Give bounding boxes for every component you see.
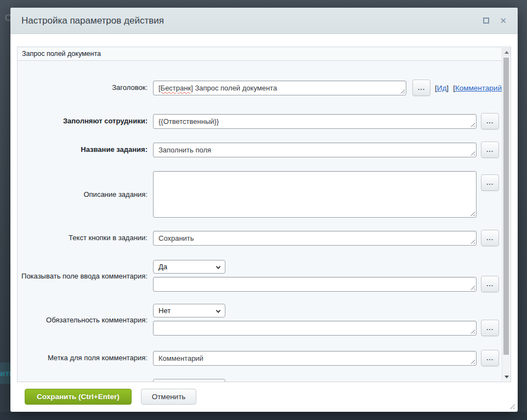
row-show-comment: Показывать поле ввода комментария: Да ..…: [18, 260, 511, 292]
task-button-text-value: Сохранить: [158, 234, 194, 242]
dialog-title: Настройка параметров действия: [21, 15, 483, 26]
settings-scroll-panel: Запрос полей документа Заголовок: [Бестр…: [17, 47, 511, 382]
resize-grip-icon[interactable]: [470, 359, 475, 364]
title-value: Запрос полей документа: [193, 84, 277, 92]
id-link[interactable]: Ид: [437, 84, 447, 92]
resize-grip-icon[interactable]: [470, 285, 475, 290]
scroll-up-arrow-icon[interactable]: [502, 48, 511, 56]
task-name-label: Название задания:: [18, 145, 148, 155]
task-description-input[interactable]: [153, 171, 477, 218]
background-page-band: [0, 412, 527, 420]
title-value-misspelled: [Бестранк]: [158, 84, 193, 92]
row-task-name: Название задания: Заполнить поля ...: [18, 141, 511, 158]
comment-required-select[interactable]: Нет: [153, 304, 225, 317]
resize-grip-icon[interactable]: [470, 329, 475, 334]
row-title: Заголовок: [Бестранк] Запрос полей докум…: [18, 80, 511, 96]
section-tab: Запрос полей документа: [18, 47, 511, 61]
row-task-description: Описание задания: ...: [18, 171, 511, 218]
comment-field-label-input[interactable]: Комментарий: [153, 351, 477, 366]
task-name-input[interactable]: Заполнить поля: [153, 143, 477, 157]
row-bottom-toggle: Да: [18, 379, 511, 382]
chevron-down-icon: [216, 309, 220, 314]
row-task-button-text: Текст кнопки в задании: Сохранить ...: [18, 230, 511, 246]
resize-grip-icon[interactable]: [470, 211, 475, 216]
scrollbar-thumb[interactable]: [503, 58, 509, 355]
task-description-more-button[interactable]: ...: [481, 174, 499, 191]
dialog-footer: Сохранить (Ctrl+Enter) Отменить: [17, 382, 511, 405]
bottom-toggle-select-value: Да: [158, 382, 167, 382]
assignees-more-button[interactable]: ...: [481, 113, 499, 129]
task-button-text-more-button[interactable]: ...: [481, 230, 499, 246]
comment-required-label: Обязательность комментария:: [18, 315, 148, 325]
assignees-input[interactable]: {{Ответственный}}: [153, 114, 477, 129]
save-button[interactable]: Сохранить (Ctrl+Enter): [25, 389, 132, 405]
resize-grip-icon[interactable]: [470, 122, 475, 127]
maximize-icon[interactable]: [483, 18, 489, 24]
dialog-titlebar: Настройка параметров действия ✕: [10, 8, 518, 34]
row-comment-required: Обязательность комментария: Нет ...: [18, 304, 511, 336]
bracket: ]: [446, 84, 449, 92]
title-label: Заголовок:: [18, 83, 148, 93]
show-comment-input[interactable]: [153, 277, 477, 292]
comment-link[interactable]: Комментарий: [455, 84, 502, 92]
comment-field-label-more-button[interactable]: ...: [481, 350, 499, 366]
show-comment-more-button[interactable]: ...: [481, 276, 499, 292]
assignees-label: Заполняют сотрудники:: [18, 116, 148, 126]
row-assignees: Заполняют сотрудники: {{Ответственный}} …: [18, 113, 511, 129]
comment-required-more-button[interactable]: ...: [481, 320, 499, 336]
comment-field-label-label: Метка для поля комментария:: [18, 353, 148, 363]
title-input[interactable]: [Бестранк] Запрос полей документа: [153, 81, 406, 95]
settings-form: Заголовок: [Бестранк] Запрос полей докум…: [18, 61, 511, 382]
task-description-label: Описание задания:: [18, 190, 148, 200]
title-more-button[interactable]: ...: [412, 80, 430, 96]
task-button-text-label: Текст кнопки в задании:: [18, 233, 148, 243]
assignees-value: {{Ответственный}}: [158, 117, 219, 126]
bottom-toggle-select[interactable]: Да: [153, 379, 225, 382]
task-name-value: Заполнить поля: [158, 146, 211, 154]
title-links: [Ид][Комментарий]: [435, 84, 504, 92]
task-name-more-button[interactable]: ...: [481, 141, 499, 158]
close-icon[interactable]: ✕: [500, 16, 507, 25]
comment-required-input[interactable]: [153, 321, 477, 336]
task-button-text-input[interactable]: Сохранить: [153, 231, 477, 246]
resize-grip-icon[interactable]: [470, 151, 475, 156]
show-comment-label: Показывать поле ввода комментария:: [18, 271, 148, 281]
action-settings-dialog: Настройка параметров действия ✕ Запрос п…: [10, 8, 518, 412]
show-comment-select[interactable]: Да: [153, 260, 225, 274]
scroll-down-arrow-icon[interactable]: [502, 372, 511, 381]
resize-grip-icon[interactable]: [400, 89, 405, 94]
comment-field-label-value: Комментарий: [158, 354, 203, 362]
show-comment-select-value: Да: [158, 263, 167, 271]
cancel-button[interactable]: Отменить: [141, 389, 197, 405]
row-comment-field-label: Метка для поля комментария: Комментарий …: [18, 350, 511, 366]
chevron-down-icon: [216, 265, 220, 270]
comment-required-select-value: Нет: [158, 307, 171, 315]
resize-grip-icon[interactable]: [470, 239, 475, 244]
vertical-scrollbar[interactable]: [502, 48, 510, 381]
